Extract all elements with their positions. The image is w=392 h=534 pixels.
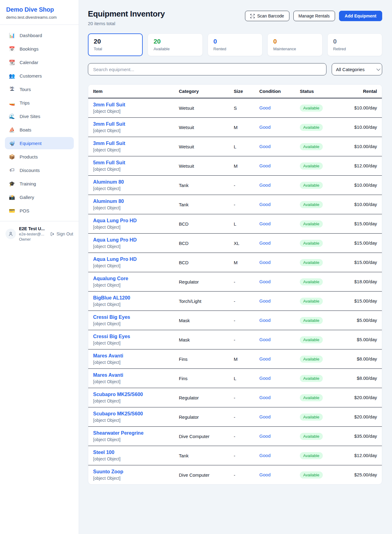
- condition-link[interactable]: Good: [259, 260, 271, 265]
- item-name-link[interactable]: Mares Avanti: [93, 353, 169, 359]
- scan-barcode-button[interactable]: Scan Barcode: [245, 11, 289, 21]
- item-name-link[interactable]: Suunto Zoop: [93, 469, 169, 475]
- status-badge: Available: [300, 182, 323, 189]
- item-size: -: [229, 272, 254, 292]
- stat-card[interactable]: 20 Available: [148, 33, 202, 56]
- item-name-link[interactable]: 5mm Full Suit: [93, 160, 169, 166]
- category-filter: All Categories: [332, 63, 382, 75]
- item-name-link[interactable]: Aqualung Core: [93, 276, 169, 281]
- item-name-link[interactable]: Aqua Lung Pro HD: [93, 218, 169, 223]
- equipment-table: Item Category Size Condition Status Rent…: [88, 85, 382, 484]
- rental-price: $10.00/day: [354, 182, 377, 188]
- brand-name[interactable]: Demo Dive Shop: [6, 6, 73, 13]
- item-name-link[interactable]: Scubapro MK25/S600: [93, 392, 169, 397]
- item-name-link[interactable]: Shearwater Peregrine: [93, 430, 169, 436]
- rental-price: $10.00/day: [354, 105, 377, 110]
- sign-out-button[interactable]: Sign Out: [50, 231, 73, 236]
- sidebar-item[interactable]: 🏷 Discounts: [5, 164, 74, 176]
- condition-link[interactable]: Good: [259, 163, 271, 168]
- item-brand: [object Object]: [93, 456, 169, 461]
- condition-link[interactable]: Good: [259, 433, 271, 439]
- sidebar-item[interactable]: 👥 Customers: [5, 70, 74, 82]
- stat-value: 0: [213, 38, 257, 45]
- item-name-link[interactable]: Aqua Lung Pro HD: [93, 257, 169, 262]
- sidebar-item[interactable]: 🎓 Training: [5, 177, 74, 190]
- condition-link[interactable]: Good: [259, 240, 271, 246]
- gallery-icon: 📸: [9, 194, 15, 200]
- table-row: Aqua Lung Pro HD [object Object] BCD M G…: [88, 253, 382, 272]
- sidebar-item[interactable]: 💳 POS: [5, 204, 74, 217]
- equipment-icon: 🤿: [9, 140, 15, 146]
- item-name-link[interactable]: Mares Avanti: [93, 372, 169, 378]
- item-name-link[interactable]: 3mm Full Suit: [93, 102, 169, 108]
- condition-link[interactable]: Good: [259, 414, 271, 419]
- item-name-link[interactable]: Cressi Big Eyes: [93, 334, 169, 339]
- table-row: Suunto Zoop [object Object] Dive Compute…: [88, 465, 382, 485]
- item-brand: [object Object]: [93, 302, 169, 307]
- user-name: E2E Test U...: [19, 226, 47, 231]
- condition-link[interactable]: Good: [259, 472, 271, 477]
- item-category: Torch/Light: [174, 292, 229, 311]
- sidebar-item[interactable]: 🚤 Trips: [5, 97, 74, 109]
- stat-card[interactable]: 0 Maintenance: [267, 33, 322, 56]
- condition-link[interactable]: Good: [259, 124, 271, 130]
- rental-price: $8.00/day: [357, 356, 377, 361]
- item-name-link[interactable]: BigBlue AL1200: [93, 295, 169, 301]
- item-name-link[interactable]: Steel 100: [93, 450, 169, 455]
- user-meta: E2E Test U... e2e-tester@... Owner: [19, 226, 47, 242]
- item-category: Regulator: [174, 407, 229, 427]
- item-name-link[interactable]: Scubapro MK25/S600: [93, 411, 169, 417]
- condition-link[interactable]: Good: [259, 337, 271, 342]
- item-name-link[interactable]: Aqua Lung Pro HD: [93, 237, 169, 243]
- sidebar-item[interactable]: 🌊 Dive Sites: [5, 110, 74, 122]
- sidebar-item[interactable]: 📦 Products: [5, 151, 74, 163]
- item-name-link[interactable]: Cressi Big Eyes: [93, 315, 169, 320]
- item-name-link[interactable]: Aluminum 80: [93, 179, 169, 185]
- sidebar-item[interactable]: ⛵ Boats: [5, 124, 74, 136]
- sidebar-item[interactable]: 📸 Gallery: [5, 191, 74, 203]
- sidebar-item-label: Calendar: [20, 60, 38, 65]
- condition-link[interactable]: Good: [259, 298, 271, 303]
- condition-link[interactable]: Good: [259, 144, 271, 149]
- condition-link[interactable]: Good: [259, 279, 271, 284]
- sidebar-item[interactable]: 📆 Calendar: [5, 56, 74, 68]
- item-name-link[interactable]: Aluminum 80: [93, 199, 169, 204]
- add-equipment-button[interactable]: Add Equipment: [339, 11, 382, 21]
- rental-price: $15.00/day: [354, 221, 377, 226]
- discounts-icon: 🏷: [9, 167, 15, 173]
- condition-link[interactable]: Good: [259, 221, 271, 226]
- search-input[interactable]: [88, 63, 326, 75]
- rental-price: $8.00/day: [357, 376, 377, 381]
- item-brand: [object Object]: [93, 399, 169, 403]
- item-category: Tank: [174, 446, 229, 465]
- sidebar-item[interactable]: 📊 Dashboard: [5, 29, 74, 41]
- item-name-link[interactable]: 3mm Full Suit: [93, 141, 169, 146]
- sidebar-item[interactable]: 📅 Bookings: [5, 43, 74, 55]
- column-header-item: Item: [88, 85, 174, 98]
- stat-card[interactable]: 20 Total: [88, 33, 143, 56]
- item-category: BCD: [174, 214, 229, 234]
- item-name-link[interactable]: 3mm Full Suit: [93, 121, 169, 127]
- sidebar-item-label: Products: [20, 154, 38, 159]
- condition-link[interactable]: Good: [259, 318, 271, 323]
- category-select[interactable]: All Categories: [332, 63, 382, 75]
- condition-link[interactable]: Good: [259, 356, 271, 361]
- table-row: Cressi Big Eyes [object Object] Mask - G…: [88, 311, 382, 330]
- table-row: Aqua Lung Pro HD [object Object] BCD L G…: [88, 214, 382, 234]
- sidebar-item[interactable]: 🤿 Equipment: [5, 137, 74, 149]
- condition-link[interactable]: Good: [259, 182, 271, 188]
- tours-icon: 🏝: [9, 86, 15, 92]
- manage-rentals-button[interactable]: Manage Rentals: [293, 11, 335, 21]
- stat-card[interactable]: 0 Retired: [327, 33, 382, 56]
- condition-link[interactable]: Good: [259, 105, 271, 110]
- stat-card[interactable]: 0 Rented: [208, 33, 262, 56]
- trips-icon: 🚤: [9, 100, 15, 106]
- sidebar-item[interactable]: 🏝 Tours: [5, 83, 74, 95]
- condition-link[interactable]: Good: [259, 376, 271, 381]
- rental-price: $10.00/day: [354, 144, 377, 149]
- condition-link[interactable]: Good: [259, 453, 271, 458]
- sidebar-item-label: Gallery: [20, 195, 34, 200]
- item-category: Regulator: [174, 388, 229, 407]
- condition-link[interactable]: Good: [259, 202, 271, 207]
- condition-link[interactable]: Good: [259, 395, 271, 400]
